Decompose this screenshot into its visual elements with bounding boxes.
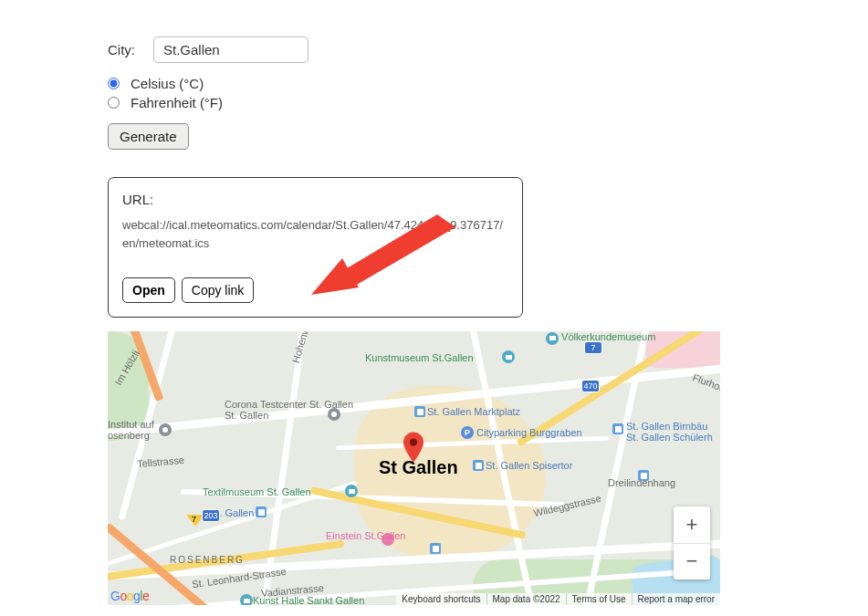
radio-celsius-input[interactable] xyxy=(108,78,120,89)
open-button[interactable]: Open xyxy=(122,277,175,303)
zoom-out-button[interactable]: − xyxy=(674,544,710,580)
poi-marktplatz[interactable]: St. Gallen Marktplatz xyxy=(427,406,520,417)
map-marker-icon xyxy=(403,432,424,463)
zoom-control: + − xyxy=(674,506,710,579)
label-institut: Institut auf xyxy=(108,419,154,430)
google-logo: Google xyxy=(110,589,149,603)
poi-kunstmuseum[interactable]: Kunstmuseum St.Gallen xyxy=(365,352,474,363)
transit-icon-2 xyxy=(612,423,623,434)
radio-celsius-label: Celsius (°C) xyxy=(131,76,204,91)
url-text: webcal://ical.meteomatics.com/calendar/S… xyxy=(122,216,508,252)
url-label: URL: xyxy=(122,192,508,207)
svg-point-2 xyxy=(410,438,417,445)
poi-birn[interactable]: St. Gallen Birnbäu xyxy=(626,421,707,432)
zoom-in-button[interactable]: + xyxy=(674,506,710,543)
terms-link[interactable]: Terms of Use xyxy=(566,593,632,605)
road-shield-2: 7 xyxy=(584,341,602,354)
poi-schuler[interactable]: St. Gallen Schülerh xyxy=(626,432,713,443)
radio-fahrenheit-input[interactable] xyxy=(108,97,120,109)
unit-radio-group: Celsius (°C) Fahrenheit (°F) xyxy=(108,76,719,110)
radio-fahrenheit[interactable]: Fahrenheit (°F) xyxy=(108,95,719,110)
transit-icon-5 xyxy=(430,543,441,554)
poi-cityparking[interactable]: Cityparking Burggraben xyxy=(476,427,582,438)
city-label: City: xyxy=(108,42,135,57)
pin-icon-2 xyxy=(159,423,172,436)
map-data-label: Map data ©2022 xyxy=(486,593,566,605)
copy-link-button[interactable]: Copy link xyxy=(182,277,255,303)
url-panel: URL: webcal://ical.meteomatics.com/calen… xyxy=(108,177,523,318)
keyboard-shortcuts-link[interactable]: Keyboard shortcuts xyxy=(396,593,486,605)
label-rosenberg: ROSENBERG xyxy=(170,555,245,565)
radio-celsius[interactable]: Celsius (°C) xyxy=(108,76,719,91)
city-input[interactable] xyxy=(153,37,309,63)
transit-icon-4 xyxy=(256,506,267,517)
transit-icon-6 xyxy=(638,470,649,481)
label-institut2: osenberg xyxy=(108,430,150,441)
poi-kunsthalle[interactable]: Kunst Halle Sankt Gallen xyxy=(253,595,364,605)
pin-icon xyxy=(328,408,340,421)
road-shield: 470 xyxy=(581,380,600,392)
transit-icon xyxy=(414,406,425,417)
poi-einstein[interactable]: Einstein St.Gallen xyxy=(326,530,405,541)
report-error-link[interactable]: Report a map error xyxy=(632,593,720,605)
generate-button[interactable]: Generate xyxy=(108,123,189,150)
museum-icon-3 xyxy=(240,594,253,605)
parking-icon: P xyxy=(461,426,474,439)
road-shield-3: 203 xyxy=(202,509,220,522)
radio-fahrenheit-label: Fahrenheit (°F) xyxy=(131,95,223,110)
poi-spisertor[interactable]: St. Gallen Spisertor xyxy=(486,460,572,471)
museum-icon xyxy=(502,350,515,363)
map-footer: Keyboard shortcuts Map data ©2022 Terms … xyxy=(396,593,720,605)
transit-icon-3 xyxy=(473,460,484,471)
map[interactable]: Völkerkundemuseum Kunstmuseum St.Gallen … xyxy=(108,331,720,605)
poi-textil[interactable]: Textilmuseum St. Gallen xyxy=(203,486,311,497)
museum-icon-2 xyxy=(345,485,358,497)
